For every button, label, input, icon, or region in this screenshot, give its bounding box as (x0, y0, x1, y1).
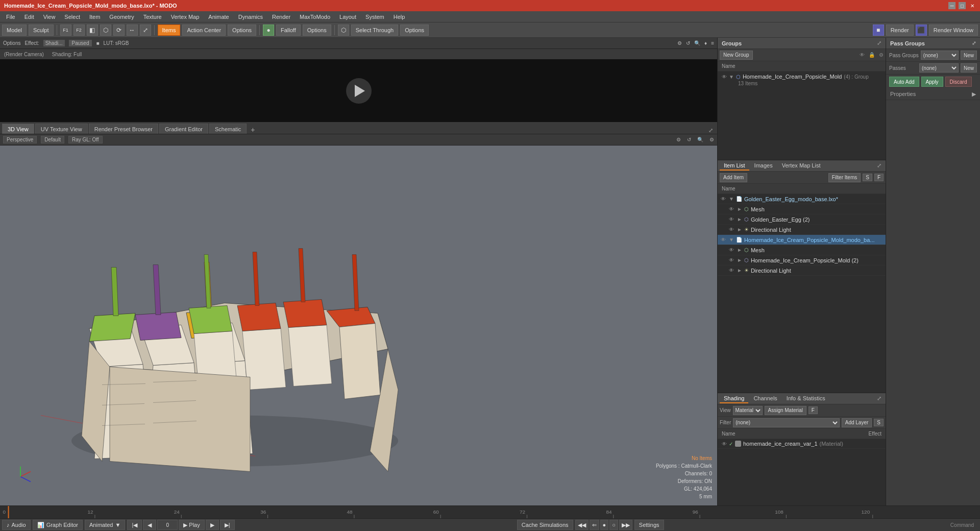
menu-vertexmap[interactable]: Vertex Map (167, 13, 204, 21)
cache-simulations-button[interactable]: Cache Simulations (517, 520, 573, 530)
audio-button[interactable]: ♪ Audio (2, 520, 31, 530)
tab-render-preset[interactable]: Render Preset Browser (89, 124, 158, 134)
perspective-button[interactable]: Perspective (3, 136, 37, 143)
vp-icon-2[interactable]: ↺ (687, 137, 691, 142)
tab-images[interactable]: Images (750, 161, 777, 171)
item-expand-6[interactable]: ► (737, 247, 742, 253)
item-row[interactable]: 👁 ► ☀ Directional Light (718, 225, 886, 235)
3d-viewport[interactable]: Perspective Default Ray GL: Off ⚙ ↺ 🔍 ⚙ (0, 134, 717, 505)
view-select[interactable]: Material (733, 406, 763, 415)
menu-geometry[interactable]: Geometry (105, 13, 138, 21)
f1-button[interactable]: F1 (60, 25, 71, 36)
add-layer-button[interactable]: Add Layer (842, 418, 872, 427)
add-tab-button[interactable]: + (248, 126, 258, 134)
shading-shortcut-s[interactable]: S (874, 419, 884, 426)
render-button[interactable]: Render (886, 25, 914, 36)
minimize-button[interactable]: ─ (948, 2, 955, 9)
properties-expand[interactable]: ▶ (972, 91, 976, 98)
shading-shortcut-f[interactable]: F (808, 406, 818, 414)
play-button[interactable]: ▶ Play (179, 520, 204, 530)
render-window-button[interactable]: Render Window (929, 25, 978, 36)
new-group-button[interactable]: New Group (720, 51, 753, 60)
vp-icon-4[interactable]: ⚙ (709, 137, 714, 142)
next-frame-button[interactable]: ▶ (206, 520, 219, 530)
groups-lock-icon[interactable]: 🔒 (869, 52, 875, 58)
shading-expand[interactable]: ⤢ (875, 395, 884, 402)
groups-vis-icon[interactable]: 👁 (860, 52, 865, 58)
material-row[interactable]: 👁 ✓ homemade_ice_cream_var_1 (Material) (718, 439, 886, 449)
discard-button[interactable]: Discard (945, 77, 972, 87)
prev-frame-button[interactable]: ◀ (143, 520, 156, 530)
preview-icon-1[interactable]: ⚙ (677, 40, 682, 46)
tab-channels[interactable]: Channels (749, 394, 781, 403)
preview-content[interactable] (0, 59, 717, 122)
vp-icon-3[interactable]: 🔍 (697, 137, 703, 142)
tab-3d-view[interactable]: 3D View (2, 124, 34, 134)
group-item[interactable]: 👁 ▼ ⬡ Homemade_Ice_Cream_Popsicle_Mold (… (718, 73, 886, 81)
preview-icon-2[interactable]: ↺ (686, 40, 690, 46)
timeline-track[interactable]: 0 12 24 36 48 60 72 84 96 108 (0, 506, 980, 518)
prev-key-button[interactable]: |◀ (127, 520, 142, 530)
item-row[interactable]: 👁 ▼ 📄 Homemade_Ice_Cream_Popsicle_Mold_m… (718, 235, 886, 245)
item-row[interactable]: 👁 ► ⬡ Homemade_Ice_Cream_Popsicle_Mold (… (718, 255, 886, 266)
viewport-expand[interactable]: ⤢ (706, 127, 715, 134)
groups-expand[interactable]: ⤢ (877, 40, 881, 46)
item-expand-5[interactable]: ▼ (729, 237, 734, 243)
action-center-button[interactable]: Action Center (182, 25, 226, 36)
maximize-button[interactable]: □ (959, 2, 966, 9)
menu-animate[interactable]: Animate (204, 13, 233, 21)
filter-items-button[interactable]: Filter Items (828, 173, 861, 182)
next-key-button[interactable]: ▶| (220, 520, 235, 530)
falloff-dot[interactable]: ● (263, 25, 274, 36)
options-button-3[interactable]: Options (400, 25, 429, 36)
pass-groups-expand[interactable]: ⤢ (972, 40, 976, 46)
menu-edit[interactable]: Edit (20, 13, 38, 21)
pb-opt-5[interactable]: ▶▶ (619, 520, 632, 530)
item-row[interactable]: 👁 ► ☀ Directional Light (718, 266, 886, 276)
tab-item-list[interactable]: Item List (720, 161, 749, 171)
tool-icon-3[interactable]: ⟳ (113, 25, 125, 36)
menu-help[interactable]: Help (389, 13, 409, 21)
groups-settings-icon[interactable]: ⚙ (879, 52, 884, 58)
frame-input[interactable] (157, 520, 178, 530)
menu-render[interactable]: Render (268, 13, 295, 21)
menu-texture[interactable]: Texture (139, 13, 166, 21)
render-dot[interactable]: ■ (873, 25, 884, 36)
preview-icon-3[interactable]: 🔍 (694, 40, 700, 46)
graph-editor-button[interactable]: 📊 Graph Editor (33, 520, 83, 530)
tab-info-stats[interactable]: Info & Statistics (782, 394, 829, 403)
tool-icon-4[interactable]: ↔ (127, 25, 138, 36)
item-row[interactable]: 👁 ► ⬡ Mesh (718, 245, 886, 255)
item-expand-7[interactable]: ► (737, 257, 742, 263)
item-expand-1[interactable]: ▼ (729, 196, 734, 202)
new-pass-group-button[interactable]: New (961, 51, 977, 60)
select-through-button[interactable]: Select Through (351, 25, 398, 36)
items-button[interactable]: Items (158, 25, 181, 36)
add-item-button[interactable]: Add Item (720, 173, 747, 182)
menu-select[interactable]: Select (60, 13, 84, 21)
tool-icon-5[interactable]: ⤢ (140, 25, 151, 36)
close-button[interactable]: ✕ (969, 2, 976, 9)
item-list-expand[interactable]: ⤢ (875, 162, 884, 169)
preview-icon-4[interactable]: ♦ (704, 40, 707, 46)
settings-button[interactable]: Settings (634, 520, 664, 530)
shortcut-f[interactable]: F (874, 174, 884, 181)
pb-opt-2[interactable]: ⇐ (590, 520, 599, 530)
pb-opt-1[interactable]: ◀◀ (575, 520, 589, 530)
menu-system[interactable]: System (361, 13, 388, 21)
passes-select[interactable]: (none) (919, 63, 959, 73)
group-expand[interactable]: ▼ (729, 74, 734, 80)
new-passes-button[interactable]: New (961, 63, 977, 73)
vp-icon-1[interactable]: ⚙ (676, 137, 681, 142)
menu-dynamics[interactable]: Dynamics (234, 13, 267, 21)
apply-button[interactable]: Apply (921, 77, 943, 87)
pass-groups-select[interactable]: (none) (921, 51, 959, 60)
tab-gradient[interactable]: Gradient Editor (159, 124, 208, 134)
tab-uv-texture[interactable]: UV Texture View (35, 124, 88, 134)
menu-maxtomodo[interactable]: MaxToModo (296, 13, 334, 21)
assign-material-button[interactable]: Assign Material (765, 406, 806, 415)
tool-icon-2[interactable]: ⬡ (100, 25, 111, 36)
tab-shading[interactable]: Shading (720, 394, 748, 403)
tool-icon-1[interactable]: ◧ (87, 25, 98, 36)
default-button[interactable]: Default (41, 136, 64, 143)
